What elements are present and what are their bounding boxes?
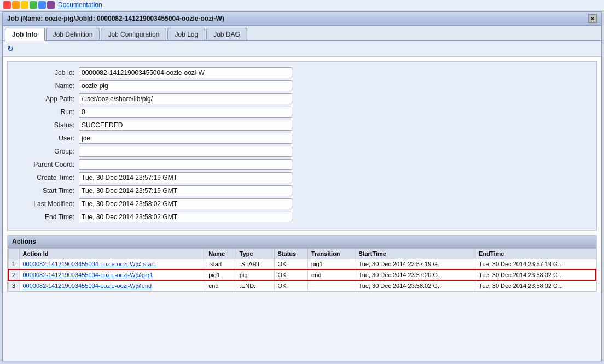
form-row: Group: [19,146,585,157]
action-id-link[interactable]: 0000082-141219003455004-oozie-oozi-W@end [23,283,152,289]
form-label: Start Time: [19,187,79,195]
form-field-name-[interactable] [79,80,292,91]
form-label: Job Id: [19,69,79,77]
row-num: 1 [8,259,19,270]
action-id-link[interactable]: 0000082-141219003455004-oozie-oozi-W@pig… [23,272,153,278]
tab-job-configuration[interactable]: Job Configuration [101,28,166,40]
action-starttime-cell: Tue, 30 Dec 2014 23:58:02 G... [355,280,475,291]
form-field-status-[interactable] [79,120,292,131]
job-info-form: Job Id:Name:App Path:Run:Status:User:Gro… [7,61,597,231]
form-field-user-[interactable] [79,133,292,144]
form-row: Parent Coord: [19,159,585,170]
actions-section: Actions Action Id Name Type Status Trans… [7,235,597,292]
action-id-cell[interactable]: 0000082-141219003455004-oozie-oozi-W@end [19,280,205,291]
refresh-row: ↻ [3,41,601,57]
table-row[interactable]: 30000082-141219003455004-oozie-oozi-W@en… [8,280,596,291]
action-starttime-cell: Tue, 30 Dec 2014 23:57:19 G... [355,259,475,270]
title-bar: Job (Name: oozie-pig/JobId: 0000082-1412… [3,12,601,26]
actions-tbody: 10000082-141219003455004-oozie-oozi-W@:s… [8,259,596,291]
table-row[interactable]: 10000082-141219003455004-oozie-oozi-W@:s… [8,259,596,270]
table-row[interactable]: 20000082-141219003455004-oozie-oozi-W@pi… [8,269,596,280]
form-field-parent-coord-[interactable] [79,159,292,170]
form-field-start-time-[interactable] [79,185,292,196]
form-field-job-id-[interactable] [79,67,292,78]
form-row: Name: [19,80,585,91]
form-row: Run: [19,107,585,118]
actions-header: Actions [8,236,596,248]
row-num: 2 [8,269,19,280]
form-label: Status: [19,121,79,129]
action-type-cell: :END: [236,280,274,291]
close-button[interactable]: × [588,14,597,23]
form-label: Run: [19,108,79,116]
action-status-cell: OK [274,280,307,291]
logo-dot-3 [21,1,28,9]
action-name-cell: :start: [205,259,236,270]
action-id-cell[interactable]: 0000082-141219003455004-oozie-oozi-W@:st… [19,259,205,270]
action-endtime-cell: Tue, 30 Dec 2014 23:58:02 G... [475,269,596,280]
action-status-cell: OK [274,269,307,280]
col-starttime: StartTime [355,249,475,259]
col-type: Type [236,249,274,259]
logo-dot-2 [12,1,20,9]
tab-job-log[interactable]: Job Log [167,28,205,40]
action-transition-cell: pig1 [308,259,355,270]
tab-content: ↻ Job Id:Name:App Path:Run:Status:User:G… [3,41,601,292]
logo-dot-6 [47,1,55,9]
action-type-cell: :START: [236,259,274,270]
action-id-link[interactable]: 0000082-141219003455004-oozie-oozi-W@:st… [23,261,157,267]
tabs-bar: Job Info Job Definition Job Configuratio… [3,26,601,41]
form-label: User: [19,134,79,142]
tab-job-dag[interactable]: Job DAG [206,28,247,40]
form-field-app-path-[interactable] [79,93,292,104]
form-row: Create Time: [19,172,585,183]
action-endtime-cell: Tue, 30 Dec 2014 23:58:02 G... [475,280,596,291]
form-field-end-time-[interactable] [79,212,292,222]
actions-table: Action Id Name Type Status Transition St… [8,248,596,291]
form-row: Status: [19,120,585,131]
main-window: Job (Name: oozie-pig/JobId: 0000082-1412… [2,11,602,361]
window-title: Job (Name: oozie-pig/JobId: 0000082-1412… [7,15,224,22]
action-name-cell: pig1 [205,269,236,280]
logo-dot-4 [30,1,37,9]
form-label: Create Time: [19,174,79,181]
action-name-cell: end [205,280,236,291]
action-starttime-cell: Tue, 30 Dec 2014 23:57:20 G... [355,269,475,280]
form-field-group-[interactable] [79,146,292,157]
action-transition-cell: end [308,269,355,280]
col-action-id: Action Id [19,249,205,259]
form-field-last-modified-[interactable] [79,198,292,209]
form-label: End Time: [19,213,79,221]
logo-icons [3,1,55,9]
form-field-create-time-[interactable] [79,172,292,183]
action-endtime-cell: Tue, 30 Dec 2014 23:57:19 G... [475,259,596,270]
logo-dot-1 [3,1,11,9]
col-num [8,249,19,259]
form-field-run-[interactable] [79,107,292,118]
form-label: Name: [19,82,79,90]
form-row: App Path: [19,93,585,104]
refresh-icon[interactable]: ↻ [7,44,14,53]
action-transition-cell [308,280,355,291]
logo-dot-5 [38,1,46,9]
col-transition: Transition [308,249,355,259]
action-id-cell[interactable]: 0000082-141219003455004-oozie-oozi-W@pig… [19,269,205,280]
form-row: User: [19,133,585,144]
col-status: Status [274,249,307,259]
table-header-row: Action Id Name Type Status Transition St… [8,249,596,259]
form-row: End Time: [19,212,585,222]
form-label: App Path: [19,95,79,103]
form-row: Last Modified: [19,198,585,209]
top-bar: Documentation [0,0,604,10]
row-num: 3 [8,280,19,291]
col-name: Name [205,249,236,259]
action-status-cell: OK [274,259,307,270]
action-type-cell: pig [236,269,274,280]
documentation-link[interactable]: Documentation [58,1,102,9]
tab-job-definition[interactable]: Job Definition [46,28,100,40]
form-row: Job Id: [19,67,585,78]
col-endtime: EndTime [475,249,596,259]
tab-job-info[interactable]: Job Info [5,28,45,41]
form-label: Parent Coord: [19,161,79,168]
form-row: Start Time: [19,185,585,196]
